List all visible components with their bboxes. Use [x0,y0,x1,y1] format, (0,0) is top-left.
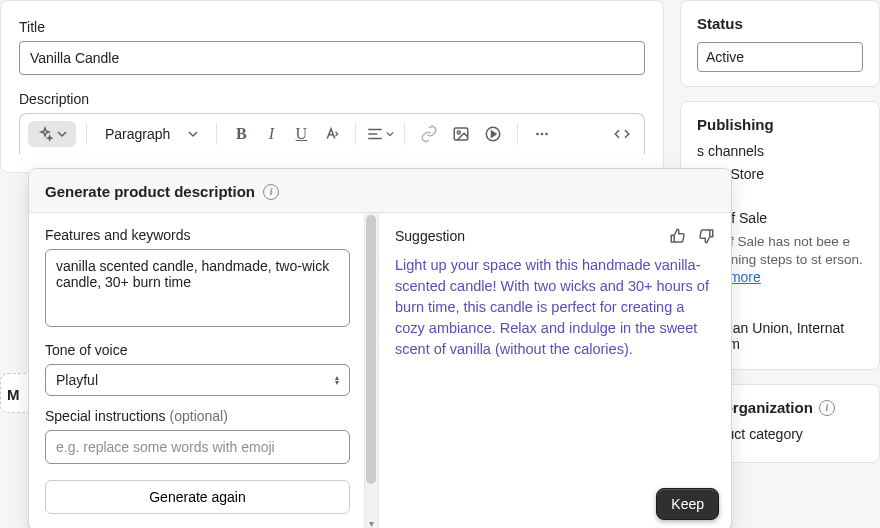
scrollbar-thumb[interactable] [366,215,376,484]
toolbar-divider [355,123,356,145]
generate-again-button[interactable]: Generate again [45,480,350,514]
svg-point-4 [541,133,544,136]
svg-point-1 [458,131,461,134]
toolbar-divider [517,123,518,145]
keep-button[interactable]: Keep [656,488,719,520]
svg-point-5 [546,133,549,136]
bold-button[interactable]: B [227,120,255,148]
keep-label: Keep [671,496,704,512]
features-label: Features and keywords [45,227,350,243]
product-details-card: Title Description Paragraph B [0,0,664,173]
chevron-down-icon [57,129,67,139]
toolbar-divider [86,123,87,145]
tone-value: Playful [56,372,98,388]
italic-icon: I [269,125,274,143]
block-style-select[interactable]: Paragraph [97,122,206,146]
title-input[interactable] [19,41,645,75]
info-icon[interactable]: i [263,184,279,200]
suggestion-pane: Suggestion Light up your space with this… [379,213,731,528]
align-button[interactable] [366,120,394,148]
special-instructions-input[interactable] [45,430,350,464]
block-style-label: Paragraph [105,126,170,142]
underline-button[interactable]: U [287,120,315,148]
tone-label: Tone of voice [45,342,350,358]
status-select[interactable]: Active [697,42,863,72]
generate-again-label: Generate again [149,489,246,505]
ellipsis-icon [533,125,551,143]
toolbar-divider [216,123,217,145]
play-circle-icon [484,125,502,143]
link-button [415,120,443,148]
chevron-down-icon [188,129,198,139]
more-button[interactable] [528,120,556,148]
sparkle-icon [37,126,53,142]
status-card: Status Active [680,0,880,87]
italic-button[interactable]: I [257,120,285,148]
align-left-icon [366,125,384,143]
features-input[interactable] [45,249,350,327]
source-code-button[interactable] [608,120,636,148]
chevron-down-icon [386,130,394,138]
scrollbar-track[interactable]: ▾ [364,213,378,528]
scroll-down-arrow[interactable]: ▾ [366,518,376,528]
thumbs-up-icon[interactable] [669,227,687,245]
svg-point-3 [537,133,540,136]
link-icon [420,125,438,143]
generate-panel-title: Generate product description [45,183,255,200]
bold-icon: B [236,125,247,143]
ai-generate-button[interactable] [28,121,76,147]
thumbs-down-icon[interactable] [697,227,715,245]
toolbar-divider [404,123,405,145]
generate-panel-header: Generate product description i [29,169,731,213]
description-toolbar: Paragraph B I U [19,113,645,154]
generate-inputs-pane: ▾ Features and keywords Tone of voice Pl… [29,213,379,528]
description-label: Description [19,91,645,107]
tone-select[interactable]: Playful ▴▾ [45,364,350,396]
text-color-button[interactable] [317,120,345,148]
status-value: Active [706,49,744,65]
code-icon [613,125,631,143]
generate-description-panel: Generate product description i ▾ Feature… [28,168,732,528]
special-instructions-label: Special instructions (optional) [45,408,350,424]
image-icon [452,125,470,143]
title-label: Title [19,19,645,35]
underline-icon: U [296,125,308,143]
sales-channels-heading: s channels [697,143,863,159]
special-label-text: Special instructions [45,408,166,424]
optional-hint: (optional) [170,408,228,424]
suggestion-text: Light up your space with this handmade v… [395,255,715,360]
status-heading: Status [697,15,863,32]
publishing-heading: Publishing [697,116,863,133]
suggestion-label: Suggestion [395,228,465,244]
info-icon[interactable]: i [819,400,835,416]
select-caret-icon: ▴▾ [335,375,339,385]
image-button[interactable] [447,120,475,148]
video-button[interactable] [479,120,507,148]
text-color-icon [322,125,340,143]
